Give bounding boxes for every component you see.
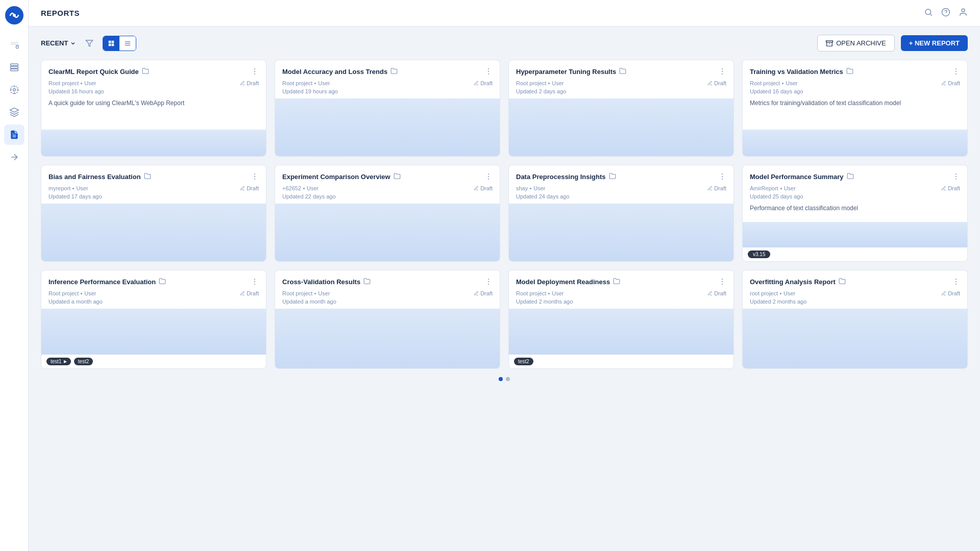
svg-point-27	[488, 73, 489, 74]
svg-point-38	[488, 176, 489, 177]
card-meta: root project User Draft	[743, 289, 967, 296]
card-menu-icon[interactable]	[251, 67, 259, 77]
card-header: Cross-Validation Results	[275, 270, 500, 289]
svg-point-24	[254, 73, 255, 74]
card-header: Model Performance Summary	[743, 165, 967, 184]
card-updated-text: Updated 2 months ago	[750, 298, 806, 305]
svg-point-47	[254, 281, 255, 282]
sidebar-item-pipeline[interactable]	[4, 35, 24, 55]
meta-dot	[782, 83, 783, 84]
sidebar-item-models[interactable]	[4, 80, 24, 100]
card-tag: test2	[74, 358, 93, 365]
card-header: Data Preprocessing Insights	[509, 165, 733, 184]
card-updated: Updated 16 hours ago	[41, 87, 266, 94]
sidebar-item-reports[interactable]	[4, 124, 24, 145]
card-meta-left: Root project User	[48, 80, 96, 86]
card-menu-icon[interactable]	[484, 67, 493, 77]
svg-point-26	[488, 71, 489, 72]
report-card[interactable]: Experiment Comparison Overview +62652 Us…	[275, 165, 500, 262]
card-footer: v3.15	[743, 247, 967, 261]
report-card[interactable]: Training vs Validation Metrics Root proj…	[742, 60, 968, 157]
svg-point-50	[488, 281, 489, 282]
card-menu-icon[interactable]	[251, 172, 259, 182]
card-title-row: Bias and Fairness Evaluation	[48, 172, 151, 181]
card-tag: test2	[514, 358, 533, 365]
card-meta: +62652 User Draft	[275, 184, 500, 191]
card-menu-icon[interactable]	[484, 172, 493, 182]
grid-view-button[interactable]	[103, 36, 119, 51]
svg-point-34	[254, 173, 255, 174]
app-logo[interactable]	[5, 6, 23, 24]
card-menu-icon[interactable]	[952, 172, 960, 182]
search-icon[interactable]	[924, 8, 933, 18]
card-meta-left: Root project User	[516, 80, 564, 86]
card-meta: Root project User Draft	[275, 289, 500, 296]
open-archive-button[interactable]: OPEN ARCHIVE	[817, 35, 895, 52]
report-card[interactable]: Data Preprocessing Insights shay User Dr…	[508, 165, 734, 262]
card-title-row: Training vs Validation Metrics	[750, 67, 853, 76]
report-card[interactable]: Bias and Fairness Evaluation myreport Us…	[41, 165, 266, 262]
card-project: Root project	[750, 80, 780, 86]
meta-dot	[314, 83, 316, 84]
folder-icon	[390, 67, 398, 76]
card-title-row: Model Deployment Readiness	[516, 278, 620, 286]
folder-icon	[363, 278, 371, 286]
card-menu-icon[interactable]	[718, 172, 726, 182]
report-card[interactable]: Overfitting Analysis Report root project…	[742, 270, 968, 369]
report-card[interactable]: Model Performance Summary AmirReport Use…	[742, 165, 968, 262]
card-header: ClearML Report Quick Guide	[41, 60, 266, 79]
card-updated: Updated 17 days ago	[41, 192, 266, 199]
folder-icon	[619, 67, 626, 76]
report-card[interactable]: Hyperparameter Tuning Results Root proje…	[508, 60, 734, 157]
card-title-row: Cross-Validation Results	[282, 278, 371, 286]
pagination-dot-2[interactable]	[506, 377, 510, 381]
user-icon[interactable]	[959, 8, 968, 18]
card-title: Bias and Fairness Evaluation	[48, 173, 141, 181]
card-menu-icon[interactable]	[952, 67, 960, 77]
card-status: Draft	[474, 80, 493, 86]
card-title: Experiment Comparison Overview	[282, 173, 390, 181]
card-title: Hyperparameter Tuning Results	[516, 68, 616, 76]
recent-filter-button[interactable]: RECENT	[41, 39, 76, 47]
new-report-button[interactable]: + NEW REPORT	[901, 35, 968, 51]
card-meta-left: Root project User	[48, 290, 96, 296]
sidebar-item-workflows[interactable]	[4, 147, 24, 167]
card-meta-left: Root project User	[750, 80, 798, 86]
folder-icon	[846, 67, 853, 76]
report-card[interactable]: Model Accuracy and Loss Trends Root proj…	[275, 60, 500, 157]
report-card[interactable]: Cross-Validation Results Root project Us…	[275, 270, 500, 369]
meta-dot	[81, 293, 82, 294]
folder-icon	[159, 278, 166, 286]
svg-point-37	[488, 173, 489, 174]
card-menu-icon[interactable]	[251, 278, 259, 287]
card-project: Root project	[48, 80, 79, 86]
card-menu-icon[interactable]	[484, 278, 493, 287]
card-preview	[41, 204, 266, 261]
help-icon[interactable]	[941, 8, 950, 18]
sidebar-item-layers[interactable]	[4, 102, 24, 122]
card-menu-icon[interactable]	[718, 67, 726, 77]
filter-button[interactable]	[82, 36, 96, 51]
card-description: Performance of text classification model	[743, 199, 967, 218]
card-updated: Updated 2 days ago	[509, 87, 733, 94]
svg-point-40	[722, 173, 723, 174]
report-card[interactable]: ClearML Report Quick Guide Root project …	[41, 60, 266, 157]
card-updated: Updated 2 months ago	[743, 297, 967, 305]
card-menu-icon[interactable]	[952, 278, 960, 287]
card-title-row: Model Performance Summary	[750, 172, 854, 181]
card-meta: Root project User Draft	[41, 289, 266, 296]
card-meta: Root project User Draft	[509, 289, 733, 296]
card-title-row: ClearML Report Quick Guide	[48, 67, 149, 76]
card-meta: myreport User Draft	[41, 184, 266, 191]
card-meta-left: shay User	[516, 185, 545, 191]
card-updated: Updated a month ago	[275, 297, 500, 305]
card-menu-icon[interactable]	[718, 278, 726, 287]
card-status: Draft	[707, 290, 726, 296]
report-card[interactable]: Inference Performance Evaluation Root pr…	[41, 270, 266, 369]
list-view-button[interactable]	[119, 36, 136, 51]
pagination-dot-1[interactable]	[499, 377, 503, 381]
sidebar-item-datasets[interactable]	[4, 57, 24, 78]
card-status: Draft	[240, 80, 259, 86]
report-card[interactable]: Model Deployment Readiness Root project …	[508, 270, 734, 369]
card-status: Draft	[707, 80, 726, 86]
